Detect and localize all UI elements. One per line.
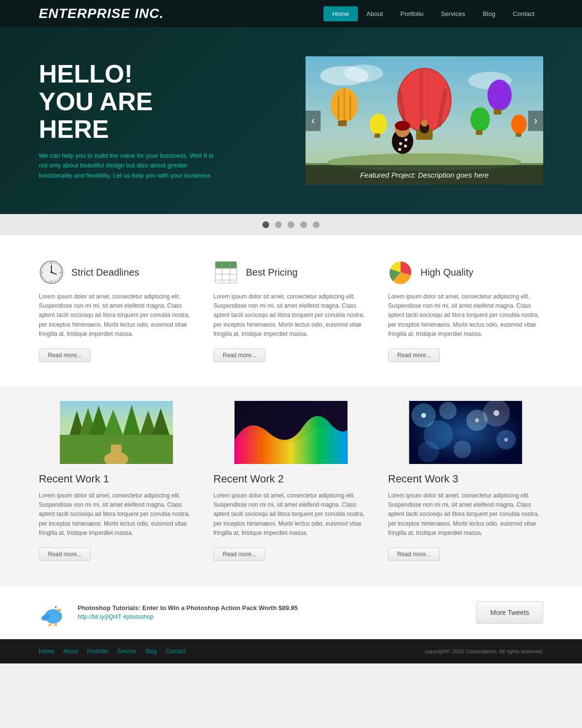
feature-1-header: Strict Deadlines <box>39 260 194 285</box>
svg-point-25 <box>511 115 527 134</box>
twitter-content: Photoshop Tutorials: Enter to Win a Phot… <box>78 604 467 620</box>
svg-rect-15 <box>338 120 347 126</box>
svg-point-2 <box>344 65 383 82</box>
svg-rect-20 <box>494 109 501 115</box>
feature-1-title: Strict Deadlines <box>71 267 139 278</box>
footer-link-blog[interactable]: Blog <box>145 648 157 655</box>
feature-3-read-more[interactable]: Read more... <box>388 348 440 362</box>
clock-icon <box>39 260 64 285</box>
work-3: Recent Work 3 Lorem ipsum dolor sit amet… <box>388 401 543 561</box>
slider-dots <box>0 214 582 235</box>
svg-rect-64 <box>60 401 173 464</box>
feature-3-title: High Quality <box>420 267 473 278</box>
footer: Home About Portfolio Service Blog Contac… <box>0 639 582 663</box>
work-3-title: Recent Work 3 <box>388 473 543 485</box>
footer-link-contact[interactable]: Contact <box>165 648 185 655</box>
nav-about[interactable]: About <box>358 6 392 21</box>
feature-2-title: Best Pricing <box>246 267 298 278</box>
svg-point-31 <box>395 121 410 131</box>
slider-caption: Featured Project: Description goes here <box>306 165 543 185</box>
forest-image <box>39 401 194 464</box>
svg-point-33 <box>404 145 407 148</box>
svg-point-76 <box>494 410 500 416</box>
hero-section: Hello! You Are Here We can help you to b… <box>0 27 582 214</box>
hero-body: We can help you to build the value for y… <box>39 151 218 181</box>
svg-point-13 <box>421 120 428 127</box>
feature-3-text: Lorem ipsum dolor sit amet, consectetur … <box>388 292 543 339</box>
feature-1-read-more[interactable]: Read more... <box>39 348 91 362</box>
svg-point-73 <box>454 441 471 458</box>
work-1-image <box>39 401 194 464</box>
svg-point-75 <box>421 413 426 418</box>
nav-home[interactable]: Home <box>323 6 358 21</box>
nav-portfolio[interactable]: Portfolio <box>392 6 433 21</box>
work-1-text: Lorem ipsum dolor sit amet, consectetur … <box>39 491 194 538</box>
nav-services[interactable]: Services <box>432 6 474 21</box>
work-3-read-more[interactable]: Read more... <box>388 547 440 561</box>
svg-rect-22 <box>476 130 483 135</box>
work-3-text: Lorem ipsum dolor sit amet, consectetur … <box>388 491 543 538</box>
dot-2[interactable] <box>275 221 282 228</box>
footer-link-portfolio[interactable]: Portfolio <box>87 648 108 655</box>
work-2-title: Recent Work 2 <box>213 473 369 485</box>
dot-4[interactable] <box>300 221 307 228</box>
work-2-read-more[interactable]: Read more... <box>213 547 265 561</box>
pie-icon <box>388 260 413 285</box>
more-tweets-button[interactable]: More Tweets <box>476 601 543 624</box>
svg-point-21 <box>470 107 490 132</box>
dot-5[interactable] <box>313 221 320 228</box>
features-section: Strict Deadlines Lorem ipsum dolor sit a… <box>0 235 582 386</box>
feature-3-header: High Quality <box>388 260 543 285</box>
svg-point-19 <box>487 80 512 111</box>
work-1-read-more[interactable]: Read more... <box>39 547 91 561</box>
footer-link-home[interactable]: Home <box>39 648 54 655</box>
work-2: Recent Work 2 Lorem ipsum dolor sit amet… <box>213 401 369 561</box>
svg-point-78 <box>504 438 508 442</box>
nav-blog[interactable]: Blog <box>474 6 504 21</box>
slider-next-button[interactable]: › <box>528 111 543 131</box>
work-1-title: Recent Work 1 <box>39 473 194 485</box>
svg-rect-46 <box>215 262 237 268</box>
svg-point-77 <box>475 418 479 422</box>
svg-point-32 <box>399 142 402 145</box>
svg-point-68 <box>439 402 457 419</box>
nav: Home About Portfolio Services Blog Conta… <box>323 6 543 21</box>
footer-nav: Home About Portfolio Service Blog Contac… <box>39 648 186 655</box>
svg-point-35 <box>404 138 407 141</box>
footer-copyright: copyright© 2010 CorporateInc. All rights… <box>425 648 543 654</box>
dot-1[interactable] <box>262 221 269 228</box>
twitter-bar: Photoshop Tutorials: Enter to Win a Phot… <box>0 585 582 639</box>
hero-text: Hello! You Are Here We can help you to b… <box>39 60 218 181</box>
work-3-image <box>388 401 543 464</box>
feature-2-header: Best Pricing <box>213 260 369 285</box>
svg-point-83 <box>55 606 57 608</box>
dot-3[interactable] <box>288 221 294 228</box>
feature-3: High Quality Lorem ipsum dolor sit amet,… <box>388 260 543 362</box>
footer-link-service[interactable]: Service <box>117 648 136 655</box>
svg-point-40 <box>50 271 52 273</box>
recent-work-section: Recent Work 1 Lorem ipsum dolor sit amet… <box>0 386 582 585</box>
feature-1-text: Lorem ipsum dolor sit amet, consectetur … <box>39 292 194 339</box>
hero-heading: Hello! You Are Here <box>39 60 218 144</box>
svg-point-34 <box>398 148 401 151</box>
svg-point-23 <box>370 114 387 135</box>
work-2-image <box>213 401 369 464</box>
twitter-bird-icon <box>39 598 68 627</box>
table-icon <box>213 260 239 285</box>
feature-2: Best Pricing Lorem ipsum dolor sit amet,… <box>213 260 369 362</box>
work-2-text: Lorem ipsum dolor sit amet, consectetur … <box>213 491 369 538</box>
slider-prev-button[interactable]: ‹ <box>306 111 321 131</box>
logo: Enterprise Inc. <box>39 6 164 21</box>
feature-2-text: Lorem ipsum dolor sit amet, consectetur … <box>213 292 369 339</box>
svg-marker-84 <box>58 609 62 612</box>
hero-slider: ‹ <box>306 56 543 185</box>
header: Enterprise Inc. Home About Portfolio Ser… <box>0 0 582 27</box>
nav-contact[interactable]: Contact <box>504 6 543 21</box>
wave-image <box>213 401 369 464</box>
bokeh-image <box>388 401 543 464</box>
twitter-link[interactable]: http://bit.ly/jIQt4T #photoshop <box>78 613 467 620</box>
feature-2-read-more[interactable]: Read more... <box>213 348 265 362</box>
twitter-tweet: Photoshop Tutorials: Enter to Win a Phot… <box>78 604 467 612</box>
footer-link-about[interactable]: About <box>63 648 78 655</box>
svg-point-74 <box>418 441 439 463</box>
